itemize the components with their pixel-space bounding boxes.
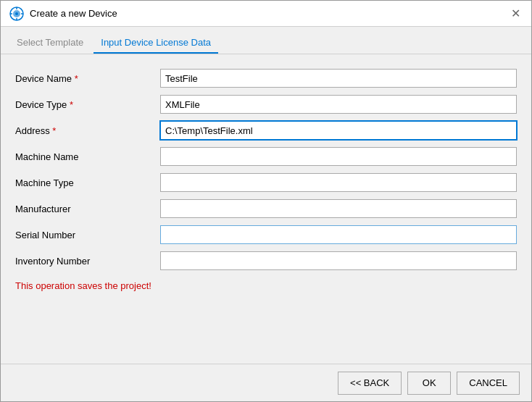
serial-number-input[interactable] bbox=[160, 225, 517, 244]
device-type-label: Device Type * bbox=[15, 99, 160, 110]
device-name-row: Device Name * bbox=[15, 69, 517, 88]
required-star-3: * bbox=[52, 125, 56, 136]
manufacturer-label: Manufacturer bbox=[15, 204, 160, 214]
machine-name-input[interactable] bbox=[160, 147, 517, 166]
serial-number-row: Serial Number bbox=[15, 225, 517, 244]
create-device-dialog: Create a new Device ✕ Select Template In… bbox=[0, 0, 532, 402]
device-name-label: Device Name * bbox=[15, 73, 160, 84]
machine-name-label: Machine Name bbox=[15, 151, 160, 162]
machine-type-label: Machine Type bbox=[15, 177, 160, 188]
machine-type-input[interactable] bbox=[160, 173, 517, 192]
inventory-number-input[interactable] bbox=[160, 251, 517, 270]
address-input[interactable] bbox=[160, 121, 517, 140]
footer: << BACK OK CANCEL bbox=[1, 364, 531, 401]
tab-select-template[interactable]: Select Template bbox=[9, 33, 91, 54]
dialog-title: Create a new Device bbox=[30, 8, 117, 19]
manufacturer-input[interactable] bbox=[160, 199, 517, 218]
tab-bar: Select Template Input Device License Dat… bbox=[1, 27, 531, 54]
inventory-number-row: Inventory Number bbox=[15, 251, 517, 270]
device-type-input[interactable] bbox=[160, 95, 517, 114]
ok-button[interactable]: OK bbox=[407, 372, 451, 395]
machine-name-row: Machine Name bbox=[15, 147, 517, 166]
save-note: This operation saves the project! bbox=[15, 277, 517, 294]
cancel-button[interactable]: CANCEL bbox=[457, 372, 520, 395]
serial-number-label: Serial Number bbox=[15, 230, 160, 240]
required-star-2: * bbox=[70, 99, 73, 110]
machine-type-row: Machine Type bbox=[15, 173, 517, 192]
required-star: * bbox=[75, 73, 78, 84]
app-icon bbox=[9, 7, 24, 21]
svg-point-2 bbox=[15, 12, 18, 15]
title-bar: Create a new Device ✕ bbox=[1, 1, 531, 27]
form-content: Device Name * Device Type * Address * Ma… bbox=[1, 54, 531, 364]
inventory-number-label: Inventory Number bbox=[15, 256, 160, 267]
device-type-row: Device Type * bbox=[15, 95, 517, 114]
back-button[interactable]: << BACK bbox=[338, 372, 402, 395]
tab-input-device-license-data[interactable]: Input Device License Data bbox=[93, 33, 218, 54]
address-label: Address * bbox=[15, 125, 160, 136]
close-button[interactable]: ✕ bbox=[508, 7, 523, 21]
device-name-input[interactable] bbox=[160, 69, 517, 88]
address-row: Address * bbox=[15, 121, 517, 140]
manufacturer-row: Manufacturer bbox=[15, 199, 517, 218]
